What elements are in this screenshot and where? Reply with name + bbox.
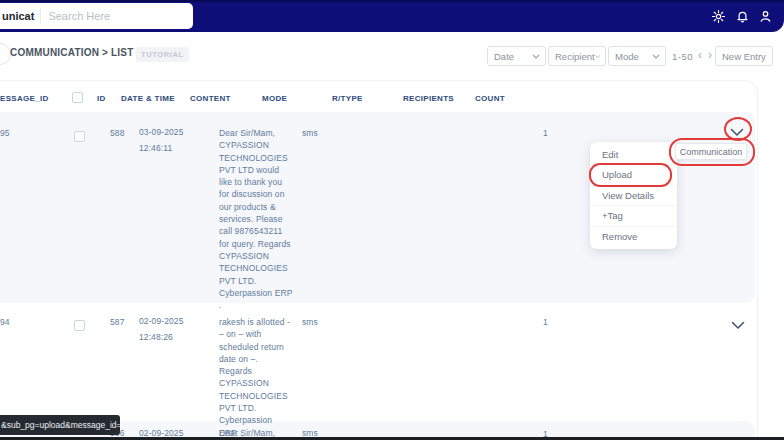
cell-date-time: 02-09-2025 12:48:26 [139,313,183,345]
app-window: unicat COMMUNICATION > LIST (588) TUTORI… [0,0,784,440]
cell-date: 02-09-2025 [139,313,183,329]
filter-select-mode-label: Mode [615,51,639,62]
filter-select-date[interactable]: Date [487,46,546,66]
row-context-menu: Edit Upload View Details +Tag Remove [590,142,677,249]
cell-time: 12:48:26 [139,329,183,345]
cell-message-id: 94 [0,316,10,328]
cell-time: 12:46:11 [139,140,183,156]
cell-id: 587 [110,316,124,328]
global-search-bar: unicat [0,3,193,29]
user-profile-icon[interactable] [758,9,773,24]
navbar-top-edge [0,0,784,2]
col-header-id: ID [97,94,106,103]
pagination-prev-icon[interactable]: ‹ [698,48,702,62]
row-actions-chevron-icon[interactable] [731,316,745,325]
cell-count: 1 [543,127,548,139]
filter-select-mode[interactable]: Mode [608,46,666,66]
row-checkbox[interactable] [74,131,85,142]
cell-mode: sms [302,127,318,139]
chevron-down-icon [532,54,540,59]
pagination-next-icon[interactable]: › [708,48,712,62]
cell-content: Dear Sir/Mam, CYPASSION TECHNOLOGIES PVT… [219,127,293,311]
cell-count: 1 [543,316,548,328]
filter-select-recipient[interactable]: Recipient [548,46,606,66]
menu-item-view-details[interactable]: View Details [590,185,677,205]
row-checkbox[interactable] [74,320,85,331]
tutorial-badge[interactable]: TUTORIAL [136,47,189,62]
settings-gear-icon[interactable] [711,9,726,24]
col-header-count: COUNT [475,94,505,103]
col-header-date-time: DATE & TIME [121,94,175,103]
col-header-content: CONTENT [190,94,231,103]
chevron-down-icon [595,54,600,59]
cell-message-id: 95 [0,127,10,139]
menu-item-tag[interactable]: +Tag [590,205,677,225]
pagination-range: 1-50 [672,51,693,62]
communication-tooltip: Communication [675,143,747,160]
chevron-down-icon [652,54,660,59]
cell-date-time: 03-09-2025 12:46:11 [139,124,183,156]
header-checkbox[interactable] [72,92,83,103]
cell-id: 588 [110,127,124,139]
cell-date: 03-09-2025 [139,124,183,140]
row-actions-chevron-icon[interactable] [730,123,744,132]
filter-select-date-label: Date [494,51,514,62]
app-logo-text: unicat [2,10,34,22]
new-entry-button[interactable]: New Entry [715,46,773,66]
search-input[interactable] [41,9,190,23]
col-header-mode: MODE [262,94,287,103]
col-header-recipients: RECIPIENTS [403,94,454,103]
col-header-rtype: R/TYPE [332,94,363,103]
cell-mode: sms [302,316,318,328]
menu-item-edit[interactable]: Edit [590,145,677,164]
menu-item-remove[interactable]: Remove [590,226,677,246]
filter-select-recipient-label: Recipient [555,51,595,62]
cell-content: rakesh is allotted - – on – with schedul… [219,316,293,439]
menu-item-upload[interactable]: Upload [590,164,677,184]
notification-bell-icon[interactable] [735,9,750,24]
col-header-message-id: ESSAGE_ID [0,94,49,103]
status-bar-link-preview: &sub_pg=upload&message_id=595 [0,415,120,435]
